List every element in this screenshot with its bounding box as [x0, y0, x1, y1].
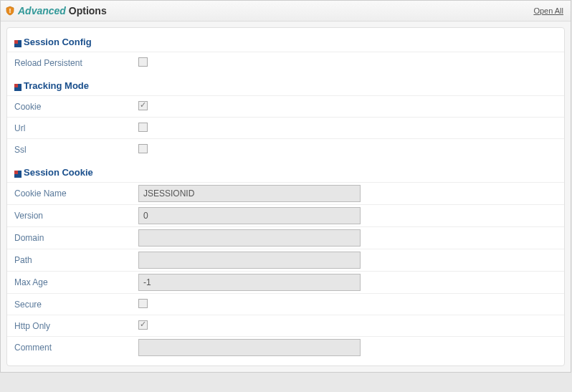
label-tracking-cookie: Cookie	[7, 97, 133, 116]
row-domain: Domain	[7, 226, 564, 249]
panel-body: Session Config Reload Persistent Trackin…	[6, 27, 565, 366]
flag-icon	[14, 39, 22, 46]
row-path: Path	[7, 249, 564, 271]
row-secure: Secure	[7, 293, 564, 315]
input-comment[interactable]	[138, 339, 361, 356]
row-tracking-url: Url	[7, 117, 564, 138]
label-tracking-ssl: Ssl	[7, 140, 133, 159]
row-cookie-name: Cookie Name	[7, 182, 564, 204]
svg-rect-5	[18, 84, 22, 87]
open-all-link[interactable]: Open All	[533, 6, 563, 15]
svg-rect-7	[14, 171, 18, 174]
label-cookie-name: Cookie Name	[7, 184, 133, 203]
label-tracking-url: Url	[7, 119, 133, 138]
checkbox-http-only[interactable]	[138, 320, 148, 330]
row-tracking-ssl: Ssl	[7, 138, 564, 160]
label-path: Path	[7, 251, 133, 269]
section-title: Session Cookie	[24, 167, 93, 178]
svg-rect-8	[18, 171, 22, 174]
checkbox-tracking-cookie[interactable]	[138, 101, 148, 110]
section-header-tracking-mode[interactable]: Tracking Mode	[7, 73, 564, 95]
label-version: Version	[7, 206, 133, 225]
input-version[interactable]	[138, 207, 361, 224]
row-version: Version	[7, 204, 564, 226]
svg-rect-3	[14, 44, 22, 47]
label-secure: Secure	[7, 295, 133, 314]
section-header-session-cookie[interactable]: Session Cookie	[7, 160, 564, 182]
section-title: Session Config	[24, 37, 92, 47]
section-header-session-config[interactable]: Session Config	[7, 29, 564, 52]
svg-text:!: !	[9, 7, 11, 14]
flag-icon	[14, 169, 22, 176]
row-comment: Comment	[7, 336, 564, 358]
input-cookie-name[interactable]	[138, 185, 361, 202]
label-max-age: Max Age	[7, 273, 133, 292]
input-domain[interactable]	[138, 229, 361, 247]
row-reload-persistent: Reload Persistent	[7, 52, 564, 73]
label-http-only: Http Only	[7, 317, 133, 335]
svg-rect-4	[14, 84, 18, 87]
input-max-age[interactable]	[138, 274, 361, 291]
checkbox-tracking-ssl[interactable]	[138, 144, 148, 153]
section-title: Tracking Mode	[24, 80, 89, 91]
panel-header: ! Advanced Options Open All	[1, 1, 571, 21]
label-comment: Comment	[7, 338, 133, 357]
label-domain: Domain	[7, 229, 133, 247]
checkbox-reload-persistent[interactable]	[138, 57, 148, 67]
row-tracking-cookie: Cookie	[7, 95, 564, 117]
row-max-age: Max Age	[7, 271, 564, 293]
flag-icon	[14, 82, 22, 90]
label-reload-persistent: Reload Persistent	[7, 54, 133, 72]
svg-rect-2	[18, 40, 22, 44]
svg-rect-6	[14, 87, 22, 91]
title-options: Options	[66, 5, 107, 16]
shield-icon: !	[5, 6, 15, 16]
advanced-options-panel: ! Advanced Options Open All Session Conf…	[0, 0, 571, 373]
svg-rect-1	[14, 40, 18, 44]
checkbox-tracking-url[interactable]	[138, 123, 148, 132]
panel-title: Advanced Options	[18, 5, 107, 16]
input-path[interactable]	[138, 252, 361, 269]
svg-rect-9	[14, 174, 22, 178]
row-http-only: Http Only	[7, 315, 564, 336]
checkbox-secure[interactable]	[138, 299, 148, 308]
title-advanced: Advanced	[18, 5, 66, 16]
